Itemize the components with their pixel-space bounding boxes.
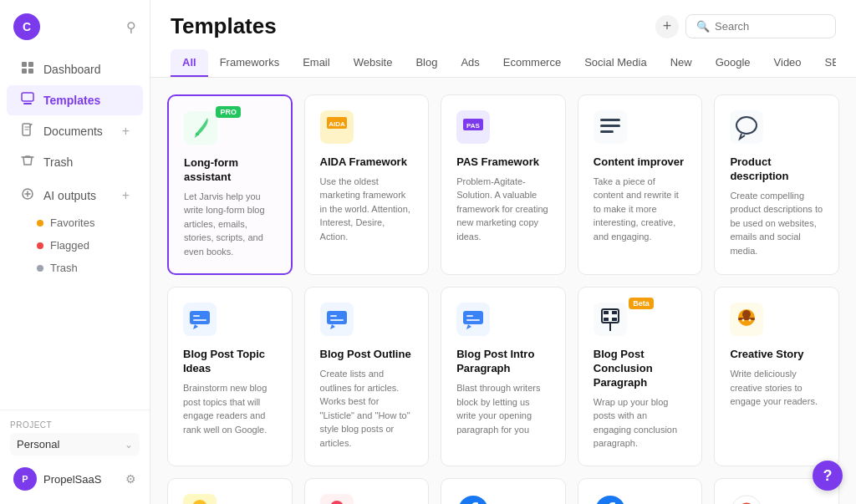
svg-text:PAS: PAS [466,122,481,130]
search-icon: 🔍 [696,20,710,33]
project-selector[interactable]: Personal ⌄ [10,433,140,456]
card-icon-area [183,303,217,339]
search-icon[interactable]: ⚲ [126,19,136,35]
card-sentence-expander[interactable]: Sentence Expander Expand a short sentenc… [304,478,430,504]
sidebar: C ⚲ Dashboard Templates Documents [0,0,150,504]
documents-icon [20,123,35,140]
sidebar-item-templates[interactable]: Templates [7,85,143,115]
card-content-improver[interactable]: Content improver Take a piece of content… [578,94,703,275]
card-title: Blog Post Outline [320,348,414,362]
card-creative-story[interactable]: Creative Story Write deliciously creativ… [714,287,839,466]
svg-rect-20 [730,110,763,144]
templates-label: Templates [43,94,100,107]
dashboard-label: Dashboard [43,63,101,76]
flagged-dot [37,242,43,249]
card-desc: Create compelling product descriptions t… [730,189,823,258]
filter-tab-video[interactable]: Video [762,49,813,77]
favorites-dot [37,220,43,227]
card-icon-blog-outline [320,324,354,339]
project-label: PROJECT [10,420,140,430]
card-blog-conclusion[interactable]: Beta Blog Post Conclusion Paragraph Wrap… [578,287,703,466]
filter-tab-new[interactable]: New [659,49,704,77]
beta-badge: Beta [629,298,654,309]
help-button[interactable]: ? [813,461,843,491]
svg-rect-33 [466,319,480,321]
card-explain-child[interactable]: Explain It To a Child Rephrase text to m… [167,478,293,504]
card-title: Blog Post Intro Paragraph [456,348,550,376]
card-icon-area [594,494,627,504]
card-icon-content-improver [594,132,627,146]
filter-tab-ecommerce[interactable]: Ecommerce [492,49,573,77]
sidebar-item-documents[interactable]: Documents + [7,116,143,146]
svg-rect-19 [600,130,614,133]
svg-rect-0 [22,62,27,67]
card-aida-framework[interactable]: AIDA AIDA Framework Use the oldest marke… [304,94,430,275]
card-pas-framework[interactable]: PAS PAS Framework Problem-Agitate-Soluti… [441,94,566,275]
svg-rect-29 [330,319,344,321]
filter-tab-blog[interactable]: Blog [404,49,449,77]
filter-tab-ads[interactable]: Ads [449,49,491,77]
project-name: Personal [17,438,59,451]
svg-point-56 [595,496,625,504]
svg-point-55 [458,496,488,504]
card-title: Long-form assistant [184,156,276,185]
card-facebook-headline[interactable]: Facebook ad headline Generate scroll-sto… [441,478,566,504]
ai-outputs-add-icon[interactable]: + [122,188,130,203]
app-logo[interactable]: C [13,13,40,40]
card-icon-creative-story [730,324,763,339]
ai-outputs-label: AI outputs [43,189,96,202]
svg-rect-27 [327,311,347,324]
card-blog-intro[interactable]: Blog Post Intro Paragraph Blast through … [441,287,566,466]
sidebar-sub-flagged[interactable]: Flagged [0,234,150,257]
card-desc: Use the oldest marketing framework in th… [320,175,414,244]
svg-rect-37 [612,311,617,314]
favorites-label: Favorites [50,216,94,229]
svg-rect-23 [190,311,210,324]
svg-point-45 [742,319,745,322]
ai-outputs-submenu: Favorites Flagged Trash [0,211,150,283]
svg-rect-28 [330,315,337,317]
card-icon-area [730,494,763,504]
card-icon-area [456,494,490,504]
card-title: Content improver [594,155,687,170]
svg-rect-25 [193,319,206,321]
sidebar-item-dashboard[interactable]: Dashboard [7,54,143,84]
card-desc: Write deliciously creative stories to en… [730,367,823,409]
card-facebook-primary[interactable]: Facebook ad primary text Create high con… [578,478,703,504]
search-input[interactable] [715,20,815,33]
card-blog-outline[interactable]: Blog Post Outline Create lists and outli… [304,287,430,466]
card-icon-blog-topic-ideas [183,324,217,339]
svg-rect-4 [22,93,33,101]
card-icon-area [456,303,490,339]
filter-tab-frameworks[interactable]: Frameworks [208,49,292,77]
card-icon-blog-intro [456,324,490,339]
card-title: PAS Framework [456,155,550,170]
user-name: PropelSaaS [43,473,101,486]
svg-rect-24 [193,315,200,317]
card-product-description[interactable]: Product description Create compelling pr… [714,94,839,275]
documents-add-icon[interactable]: + [122,124,130,139]
main-content: Templates + 🔍 AllFrameworksEmailWebsiteB… [150,0,856,504]
ai-outputs-icon [20,187,35,204]
card-title: Creative Story [730,348,823,362]
cards-grid: PRO Long-form assistant Let Jarvis help … [167,94,839,504]
filter-tab-all[interactable]: All [171,49,208,77]
templates-icon [20,92,35,109]
card-desc: Create lists and outlines for articles. … [320,367,414,450]
card-title: Blog Post Conclusion Paragraph [594,348,687,390]
settings-gear-icon[interactable]: ⚙ [125,472,136,486]
add-template-button[interactable]: + [655,15,679,38]
card-long-form-assistant[interactable]: PRO Long-form assistant Let Jarvis help … [167,94,293,275]
filter-tab-social-media[interactable]: Social Media [573,49,658,77]
card-blog-topic-ideas[interactable]: Blog Post Topic Ideas Brainstorm new blo… [167,287,293,466]
filter-tab-website[interactable]: Website [342,49,405,77]
filter-tab-email[interactable]: Email [291,49,342,77]
sidebar-sub-trash[interactable]: Trash [0,257,150,279]
sidebar-item-ai-outputs[interactable]: AI outputs + [7,181,143,211]
sidebar-sub-favorites[interactable]: Favorites [0,211,150,234]
search-box: 🔍 [685,14,836,38]
filter-tab-google[interactable]: Google [704,49,762,77]
filter-tab-seo[interactable]: SEO [813,49,836,77]
svg-point-43 [742,310,751,318]
sidebar-item-trash[interactable]: Trash [7,147,143,177]
